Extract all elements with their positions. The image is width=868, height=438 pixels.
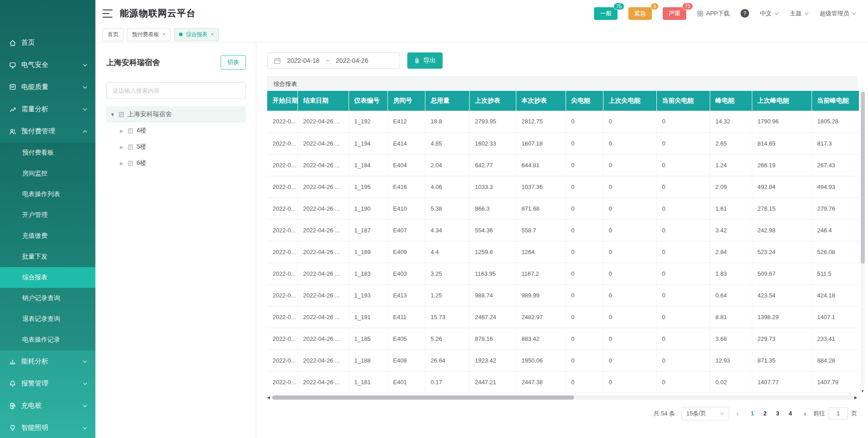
cell-last-reading: 1923.42 bbox=[469, 349, 516, 371]
submenu-item-meter-operation-record[interactable]: 电表操作记录 bbox=[0, 330, 95, 350]
scroll-left-icon[interactable]: ◀ bbox=[267, 396, 270, 400]
column-header: 当前尖电能 bbox=[656, 91, 710, 111]
page-number[interactable]: 1 bbox=[746, 407, 759, 420]
cell-last-peak-energy: 266.19 bbox=[752, 154, 811, 176]
cell-room: E404 bbox=[387, 154, 425, 176]
close-icon[interactable]: × bbox=[162, 32, 165, 37]
chevron-down-icon bbox=[83, 427, 87, 429]
scroll-down-icon[interactable]: ▼ bbox=[861, 389, 864, 393]
sidebar-item-power-quality[interactable]: 电能质量 bbox=[0, 76, 95, 98]
report-table-wrap: 开始日期结束日期仪表编号房间号总用量上次抄表本次抄表尖电能上次尖电能当前尖电能峰… bbox=[267, 91, 857, 393]
report-table: 开始日期结束日期仪表编号房间号总用量上次抄表本次抄表尖电能上次尖电能当前尖电能峰… bbox=[267, 91, 859, 393]
tree-search-input[interactable] bbox=[106, 82, 246, 99]
submenu-item-prepaid-dashboard[interactable]: 预付费看板 bbox=[0, 142, 95, 163]
alert-badge-severe[interactable]: 严重 73 bbox=[663, 7, 686, 20]
submenu-item-meter-return-query[interactable]: 退表记录查询 bbox=[0, 309, 95, 330]
vertical-scrollbar-thumb[interactable] bbox=[861, 92, 865, 264]
next-page-icon[interactable]: › bbox=[803, 410, 807, 417]
sidebar-item-home[interactable]: 首页 bbox=[0, 32, 95, 54]
help-icon[interactable]: ? bbox=[741, 9, 749, 18]
goto-page-input[interactable] bbox=[829, 407, 848, 420]
cell-current-reading: 1264 bbox=[516, 241, 566, 263]
tree-child-node[interactable]: ▶ 4楼 bbox=[106, 122, 246, 139]
caret-right-icon[interactable]: ▶ bbox=[119, 128, 124, 133]
tree-root-node[interactable]: ▼ 上海安科瑞宿舍 bbox=[106, 106, 246, 122]
cell-current-sharp-energy: 0 bbox=[656, 111, 710, 132]
table-row: 2022-0... 2022-04-26 ... 1_183 E403 3.25… bbox=[267, 263, 859, 284]
table-row: 2022-0... 2022-04-26 ... 1_189 E409 4.4 … bbox=[267, 241, 859, 263]
cell-end-date: 2022-04-26 ... bbox=[297, 176, 349, 198]
sidebar-item-alarm-management[interactable]: 报警管理 bbox=[0, 372, 95, 395]
cell-start-date: 2022-0... bbox=[267, 176, 297, 198]
caret-right-icon[interactable]: ▶ bbox=[119, 145, 124, 150]
sidebar-item-label: 需量分析 bbox=[21, 105, 48, 113]
cell-peak-energy: 8.81 bbox=[710, 306, 752, 328]
submenu-item-recharge-payment[interactable]: 充值缴费 bbox=[0, 226, 95, 246]
prev-page-icon[interactable]: ‹ bbox=[736, 410, 740, 417]
cell-current-peak-energy: 511.5 bbox=[811, 263, 859, 284]
language-dropdown[interactable]: 中文 bbox=[760, 9, 779, 18]
sidebar-item-demand-analysis[interactable]: 需量分析 bbox=[0, 98, 95, 120]
tree-child-node[interactable]: ▶ 6楼 bbox=[106, 155, 246, 171]
cell-total-usage: 5.38 bbox=[425, 198, 469, 219]
sidebar-item-electrical-safety[interactable]: 电气安全 bbox=[0, 54, 95, 76]
alert-badge-urgent[interactable]: 紧急 3 bbox=[628, 7, 652, 20]
alert-badge-normal[interactable]: 一般 75 bbox=[594, 7, 618, 20]
sidebar-item-energy-analysis[interactable]: 能耗分析 bbox=[0, 350, 95, 372]
scroll-right-icon[interactable]: ▶ bbox=[854, 396, 857, 400]
page-number[interactable]: 4 bbox=[784, 407, 797, 420]
submenu-item-room-monitoring[interactable]: 房间监控 bbox=[0, 163, 95, 184]
app-download-link[interactable]: APP下载 bbox=[697, 9, 730, 18]
sidebar-item-smart-lighting[interactable]: 智能照明 bbox=[0, 417, 95, 438]
cell-last-sharp-energy: 0 bbox=[603, 154, 656, 176]
cell-current-sharp-energy: 0 bbox=[656, 132, 710, 154]
theme-dropdown[interactable]: 主题 bbox=[790, 9, 809, 18]
user-dropdown[interactable]: 超级管理员 bbox=[820, 9, 856, 18]
vertical-scrollbar[interactable]: ▼ bbox=[861, 92, 865, 388]
horizontal-scrollbar-track[interactable] bbox=[272, 395, 853, 400]
tabbar: 首页 预付费看板 × 综合报表 × bbox=[95, 27, 868, 42]
tab-comprehensive-report[interactable]: 综合报表 × bbox=[174, 28, 219, 41]
cell-last-reading: 2447.21 bbox=[469, 371, 516, 393]
column-header: 开始日期 bbox=[267, 91, 297, 111]
page-number[interactable]: 2 bbox=[759, 407, 771, 420]
tab-prepaid-dashboard[interactable]: 预付费看板 × bbox=[127, 28, 170, 41]
caret-down-icon[interactable]: ▼ bbox=[110, 112, 115, 117]
tree-child-node[interactable]: ▶ 5楼 bbox=[106, 139, 246, 155]
tab-home[interactable]: 首页 bbox=[103, 28, 123, 41]
column-header: 上次尖电能 bbox=[603, 91, 656, 111]
cell-last-peak-energy: 1407.77 bbox=[752, 371, 811, 393]
page-size-select[interactable]: 15条/页 bbox=[681, 407, 729, 420]
cell-end-date: 2022-04-26 ... bbox=[297, 284, 349, 306]
cell-current-sharp-energy: 0 bbox=[656, 198, 710, 219]
sidebar-item-prepaid-management[interactable]: 预付费管理 bbox=[0, 120, 95, 142]
cell-meter-id: 1_187 bbox=[349, 219, 387, 241]
date-range-picker[interactable]: 2022-04-18 ~ 2022-04-26 bbox=[267, 52, 400, 69]
cell-peak-energy: 14.32 bbox=[710, 111, 752, 132]
sidebar-item-charging-pile[interactable]: 充电桩 bbox=[0, 395, 95, 417]
submenu-item-batch-issue[interactable]: 批量下发 bbox=[0, 246, 95, 267]
horizontal-scrollbar-thumb[interactable] bbox=[272, 396, 574, 400]
cell-last-reading: 2793.95 bbox=[469, 111, 516, 132]
cell-total-usage: 4.4 bbox=[425, 241, 469, 263]
close-icon[interactable]: × bbox=[211, 32, 214, 37]
cell-current-peak-energy: 1407.79 bbox=[811, 371, 859, 393]
collapse-menu-icon[interactable] bbox=[103, 9, 113, 18]
table-row: 2022-0... 2022-04-26 ... 1_191 E411 15.7… bbox=[267, 306, 859, 328]
submenu-item-meter-operation-list[interactable]: 电表操作列表 bbox=[0, 184, 95, 205]
switch-site-button[interactable]: 切换 bbox=[221, 55, 246, 70]
caret-right-icon[interactable]: ▶ bbox=[119, 161, 124, 166]
table-row: 2022-0... 2022-04-26 ... 1_194 E414 4.85… bbox=[267, 132, 859, 154]
submenu-item-comprehensive-report[interactable]: 综合报表 bbox=[0, 267, 95, 288]
cell-current-reading: 558.7 bbox=[516, 219, 566, 241]
export-button[interactable]: 导出 bbox=[407, 52, 443, 69]
submenu-item-account-opening[interactable]: 开户管理 bbox=[0, 205, 95, 226]
export-label: 导出 bbox=[423, 57, 436, 65]
attachment-icon bbox=[414, 57, 420, 64]
page-number[interactable]: 3 bbox=[771, 407, 784, 420]
submenu-item-account-closure-query[interactable]: 销户记录查询 bbox=[0, 288, 95, 309]
cell-room: E414 bbox=[387, 132, 425, 154]
horizontal-scrollbar[interactable]: ◀ ▶ bbox=[267, 395, 857, 400]
cell-current-peak-energy: 526.08 bbox=[811, 241, 859, 263]
tab-label: 首页 bbox=[108, 31, 118, 38]
